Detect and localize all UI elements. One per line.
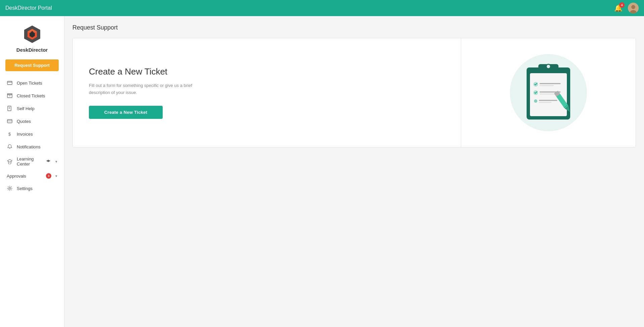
svg-rect-9 (7, 95, 12, 98)
sidebar-label-closed-tickets: Closed Tickets (17, 93, 57, 98)
sidebar-item-closed-tickets[interactable]: Closed Tickets (0, 89, 64, 102)
avatar-icon (628, 3, 639, 13)
svg-point-20 (9, 188, 11, 189)
app-title: DeskDirector Portal (5, 5, 52, 11)
svg-point-25 (547, 65, 550, 68)
svg-rect-10 (7, 94, 12, 95)
learning-center-chevron: ▾ (55, 159, 57, 164)
sidebar-item-invoices[interactable]: $ Invoices (0, 128, 64, 140)
graduation-icon2 (45, 158, 51, 165)
svg-point-33 (534, 99, 537, 103)
approvals-chevron: ▾ (55, 174, 57, 178)
sidebar-label-notifications: Notifications (17, 144, 57, 149)
sidebar-label-settings: Settings (17, 186, 57, 191)
svg-marker-18 (7, 159, 12, 162)
user-avatar[interactable] (628, 3, 639, 13)
header-actions: 🔔 4 (614, 3, 639, 13)
svg-text:$: $ (8, 132, 11, 137)
create-ticket-card: Create a New Ticket Fill out a form for … (72, 38, 636, 147)
notification-bell-button[interactable]: 🔔 4 (614, 4, 623, 12)
sidebar: DeskDirector Request Support Open Ticket… (0, 16, 64, 327)
sidebar-item-notifications[interactable]: Notifications (0, 140, 64, 153)
dollar-icon: $ (7, 131, 13, 137)
sidebar-item-open-tickets[interactable]: Open Tickets (0, 77, 64, 89)
header: DeskDirector Portal 🔔 4 (0, 0, 644, 16)
sidebar-item-quotes[interactable]: Quotes (0, 115, 64, 128)
sidebar-label-approvals: Approvals (7, 174, 42, 179)
sidebar-label-quotes: Quotes (17, 119, 57, 124)
sidebar-item-self-help[interactable]: Self Help (0, 102, 64, 115)
app-logo (22, 24, 42, 44)
card-description: Fill out a form for something specific o… (89, 82, 196, 96)
card-heading: Create a New Ticket (89, 66, 445, 77)
card-icon (7, 118, 13, 124)
archive-icon (7, 93, 13, 99)
main-content: Request Support Create a New Ticket Fill… (64, 16, 644, 327)
sidebar-label-learning-center: Learning Center (17, 156, 41, 167)
sidebar-item-approvals[interactable]: Approvals 3 ▾ (0, 170, 64, 182)
gear-icon (7, 185, 13, 191)
sidebar-label-invoices: Invoices (17, 132, 57, 137)
layout: DeskDirector Request Support Open Ticket… (0, 16, 644, 327)
card-right (461, 38, 636, 147)
sidebar-item-learning-center[interactable]: Learning Center ▾ (0, 153, 64, 170)
card-left: Create a New Ticket Fill out a form for … (73, 38, 461, 147)
svg-marker-19 (46, 160, 50, 162)
svg-rect-7 (7, 81, 12, 85)
graduation-icon (7, 158, 13, 165)
logo-text: DeskDirector (16, 47, 48, 53)
create-new-ticket-button[interactable]: Create a New Ticket (89, 106, 163, 119)
sidebar-label-open-tickets: Open Tickets (17, 81, 57, 86)
notification-badge: 4 (619, 2, 625, 8)
book-icon (7, 105, 13, 111)
logo-area: DeskDirector (0, 16, 64, 59)
approvals-badge: 3 (46, 173, 51, 179)
ticket-icon (7, 80, 13, 86)
clipboard-illustration (505, 49, 592, 136)
bell-nav-icon (7, 144, 13, 150)
page-title: Request Support (72, 24, 636, 31)
request-support-button[interactable]: Request Support (5, 59, 59, 71)
sidebar-label-self-help: Self Help (17, 106, 57, 111)
sidebar-item-settings[interactable]: Settings (0, 182, 64, 195)
svg-point-1 (631, 5, 635, 9)
svg-rect-15 (7, 120, 12, 123)
